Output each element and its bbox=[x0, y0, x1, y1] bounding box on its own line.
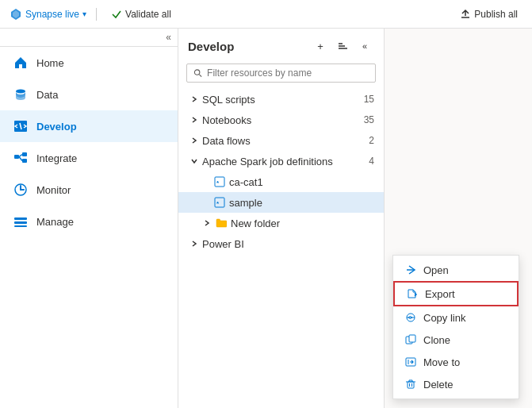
panel-title: Develop bbox=[188, 40, 234, 53]
sidebar-label-monitor: Monitor bbox=[36, 184, 71, 196]
svg-rect-5 bbox=[14, 155, 19, 159]
chevron-right-icon bbox=[188, 134, 201, 147]
tree-label-newfolder: New folder bbox=[231, 217, 374, 229]
sidebar-label-integrate: Integrate bbox=[36, 152, 77, 164]
copylink-icon bbox=[404, 311, 417, 324]
context-menu-copylink[interactable]: Copy link bbox=[393, 306, 519, 329]
svg-line-9 bbox=[19, 157, 22, 161]
export-icon bbox=[406, 287, 419, 300]
data-icon bbox=[13, 87, 29, 102]
tree-item-newfolder[interactable]: New folder bbox=[178, 213, 384, 233]
filter-input-container[interactable] bbox=[186, 64, 376, 83]
context-delete-label: Delete bbox=[423, 379, 454, 391]
integrate-icon bbox=[13, 150, 29, 166]
sort-button[interactable] bbox=[333, 37, 352, 56]
svg-point-2 bbox=[16, 90, 25, 94]
context-menu: Open Export bbox=[392, 255, 519, 399]
svg-text:*: * bbox=[216, 200, 220, 207]
validate-label: Validate all bbox=[125, 9, 171, 20]
chevron-down-icon bbox=[188, 155, 201, 167]
sidebar-item-develop[interactable]: Develop bbox=[0, 110, 178, 142]
chevron-right-icon bbox=[188, 237, 201, 250]
tree-item-spark[interactable]: Apache Spark job definitions 4 bbox=[178, 151, 384, 171]
svg-rect-13 bbox=[14, 225, 27, 227]
synapse-label[interactable]: Synapse live bbox=[25, 9, 79, 20]
context-menu-moveto[interactable]: Move to bbox=[393, 351, 519, 373]
sidebar-label-data: Data bbox=[36, 89, 58, 101]
develop-panel: Develop + « bbox=[178, 29, 385, 408]
spark-job-icon-2: * bbox=[213, 196, 226, 209]
context-clone-label: Clone bbox=[423, 334, 450, 346]
add-button[interactable]: + bbox=[311, 37, 330, 56]
main-area: « Home Data bbox=[0, 29, 532, 408]
tree-item-powerbi[interactable]: Power BI bbox=[178, 233, 384, 254]
publish-label: Publish all bbox=[474, 9, 518, 20]
context-menu-open[interactable]: Open bbox=[393, 259, 519, 281]
chevron-right-icon bbox=[201, 217, 213, 229]
tree-label-dataflows: Data flows bbox=[202, 135, 369, 147]
chevron-right-icon bbox=[188, 114, 201, 126]
tree-item-sql[interactable]: SQL scripts 15 bbox=[178, 89, 384, 110]
svg-rect-24 bbox=[409, 335, 415, 342]
publish-all-button[interactable]: Publish all bbox=[455, 7, 522, 21]
sidebar-label-develop: Develop bbox=[36, 121, 77, 133]
context-menu-clone[interactable]: Clone bbox=[393, 329, 519, 351]
svg-rect-6 bbox=[22, 152, 27, 156]
moveto-icon bbox=[404, 356, 417, 368]
sidebar-label-home: Home bbox=[36, 57, 64, 69]
delete-icon bbox=[404, 378, 417, 391]
tree-item-dataflows[interactable]: Data flows 2 bbox=[178, 130, 384, 151]
tree-count-notebooks: 35 bbox=[364, 114, 374, 125]
tree-label-spark: Apache Spark job definitions bbox=[202, 156, 369, 167]
monitor-icon bbox=[13, 182, 29, 198]
tree-label-cacat1: ca-cat1 bbox=[229, 176, 374, 188]
svg-line-15 bbox=[199, 75, 201, 77]
tree-label-notebooks: Notebooks bbox=[202, 114, 364, 126]
open-icon bbox=[404, 264, 417, 276]
svg-rect-29 bbox=[408, 382, 414, 388]
svg-rect-11 bbox=[14, 217, 27, 220]
validate-all-button[interactable]: Validate all bbox=[106, 7, 176, 21]
clone-icon bbox=[404, 333, 417, 346]
tree-item-notebooks[interactable]: Notebooks 35 bbox=[178, 110, 384, 130]
panel-actions: + « bbox=[311, 37, 374, 56]
tree-label-powerbi: Power BI bbox=[202, 238, 374, 250]
sidebar-item-home[interactable]: Home bbox=[0, 47, 178, 79]
context-menu-export[interactable]: Export bbox=[393, 281, 519, 306]
folder-icon bbox=[215, 217, 228, 229]
svg-point-14 bbox=[194, 70, 199, 75]
content-area: Develop + « bbox=[178, 29, 532, 408]
tree-count-dataflows: 2 bbox=[369, 135, 374, 146]
synapse-logo: Synapse live ▾ bbox=[10, 8, 86, 21]
sidebar-label-manage: Manage bbox=[36, 216, 74, 228]
sidebar-item-monitor[interactable]: Monitor bbox=[0, 174, 178, 206]
sidebar-collapse-btn[interactable]: « bbox=[0, 29, 178, 47]
context-moveto-label: Move to bbox=[423, 356, 460, 368]
tree-label-sql: SQL scripts bbox=[202, 94, 364, 106]
sidebar-item-manage[interactable]: Manage bbox=[0, 206, 178, 237]
context-menu-delete[interactable]: Delete bbox=[393, 373, 519, 395]
chevron-right-icon bbox=[188, 93, 201, 106]
collapse-icon: « bbox=[166, 32, 171, 43]
search-icon bbox=[193, 68, 202, 78]
sidebar: « Home Data bbox=[0, 29, 178, 408]
develop-icon bbox=[13, 118, 29, 134]
home-icon bbox=[13, 55, 29, 71]
manage-icon bbox=[13, 214, 29, 229]
tree-item-sample[interactable]: * sample bbox=[178, 192, 384, 213]
tree-item-cacat1[interactable]: * ca-cat1 bbox=[178, 171, 384, 192]
svg-rect-7 bbox=[22, 159, 27, 163]
panel-header: Develop + « bbox=[178, 29, 384, 60]
svg-text:*: * bbox=[216, 179, 220, 187]
context-open-label: Open bbox=[423, 264, 449, 276]
tree-label-sample: sample bbox=[229, 197, 374, 209]
divider1 bbox=[96, 8, 97, 21]
context-export-label: Export bbox=[425, 288, 455, 300]
sidebar-item-integrate[interactable]: Integrate bbox=[0, 142, 178, 174]
filter-input[interactable] bbox=[207, 67, 369, 79]
sidebar-item-data[interactable]: Data bbox=[0, 79, 178, 110]
synapse-chevron[interactable]: ▾ bbox=[82, 10, 86, 18]
panel-collapse-button[interactable]: « bbox=[355, 37, 374, 56]
tree-count-spark: 4 bbox=[369, 156, 374, 167]
top-bar: Synapse live ▾ Validate all Publish all bbox=[0, 0, 532, 29]
